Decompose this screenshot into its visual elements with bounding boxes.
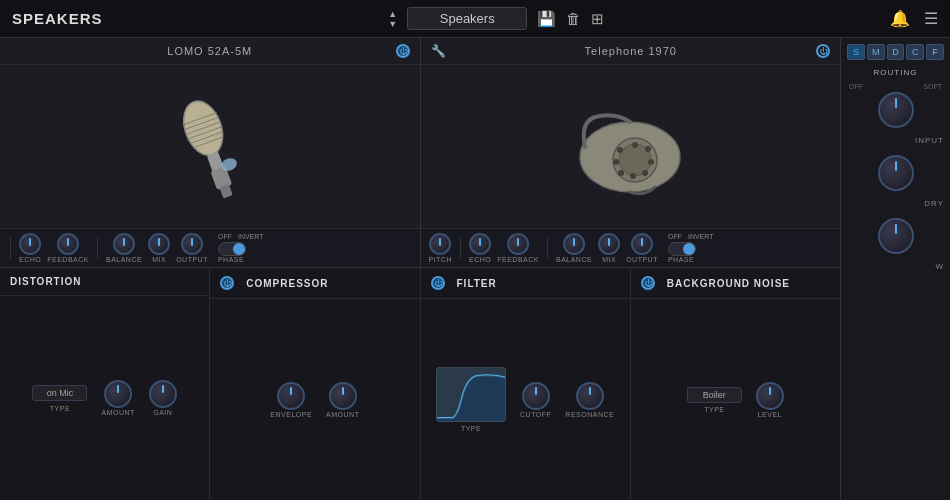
sidebar-tab-d[interactable]: D: [887, 44, 905, 60]
routing-soft-label: SOFT: [923, 83, 942, 90]
svg-point-20: [613, 159, 619, 165]
bell-icon[interactable]: 🔔: [890, 9, 910, 28]
background-noise-panel: ⏻ BACKGROUND NOISE Boiler TYPE LEVEL: [631, 268, 840, 500]
telephone-phase-label: PHASE: [668, 256, 694, 263]
distortion-gain-label: GAIN: [153, 409, 172, 416]
background-noise-level-knob[interactable]: [756, 382, 784, 410]
svg-point-15: [645, 146, 651, 152]
lomo-echo-knob[interactable]: [19, 233, 41, 255]
lomo-feedback-knob[interactable]: [57, 233, 79, 255]
sidebar-dry-knob[interactable]: [878, 155, 914, 191]
lomo-phase-toggle[interactable]: [218, 242, 246, 256]
telephone-mix-knob[interactable]: [598, 233, 620, 255]
header-center: ▲▼ Speakers 💾 🗑 ⊞: [123, 7, 870, 30]
sidebar-dry-label: DRY: [847, 199, 944, 208]
telephone-divider-2: [547, 237, 548, 259]
telephone-phase-toggle-knob: [683, 243, 695, 255]
telephone-phase-toggle[interactable]: [668, 242, 696, 256]
lomo-phase-row: OFF INVERT: [218, 233, 264, 240]
svg-point-17: [642, 170, 648, 176]
lomo-phase-label: PHASE: [218, 256, 244, 263]
compressor-amount-group: AMOUNT: [326, 382, 359, 418]
save-button[interactable]: 💾: [537, 10, 556, 28]
distortion-amount-knob[interactable]: [104, 380, 132, 408]
compressor-envelope-knob[interactable]: [277, 382, 305, 410]
distortion-gain-knob[interactable]: [149, 380, 177, 408]
lomo-image-area: [0, 65, 420, 228]
telephone-feedback-knob[interactable]: [507, 233, 529, 255]
filter-type-visual: [436, 367, 506, 422]
filter-cutoff-knob[interactable]: [522, 382, 550, 410]
delete-button[interactable]: 🗑: [566, 10, 581, 27]
svg-point-19: [618, 170, 624, 176]
background-noise-level-label: LEVEL: [758, 411, 782, 418]
telephone-panel-header: 🔧 Telephone 1970 ⏻: [421, 38, 841, 65]
lomo-invert-label: INVERT: [238, 233, 264, 240]
menu-icon[interactable]: ☰: [924, 9, 938, 28]
header: SPEAKERS ▲▼ Speakers 💾 🗑 ⊞ 🔔 ☰: [0, 0, 950, 38]
background-noise-type-label: TYPE: [704, 406, 724, 413]
distortion-type-label: TYPE: [50, 405, 70, 412]
sidebar-tab-c[interactable]: C: [906, 44, 924, 60]
sidebar-routing-knob[interactable]: [878, 92, 914, 128]
telephone-echo-knob[interactable]: [469, 233, 491, 255]
distortion-body: on Mic TYPE AMOUNT GAIN: [0, 296, 209, 500]
distortion-amount-group: AMOUNT: [101, 380, 134, 416]
telephone-power-button[interactable]: ⏻: [816, 44, 830, 58]
svg-point-0: [176, 95, 229, 160]
telephone-phase-row: OFF INVERT: [668, 233, 714, 240]
sidebar-wet-knob[interactable]: [878, 218, 914, 254]
lomo-divider-2: [97, 237, 98, 259]
lomo-microphone-image: [141, 68, 279, 224]
app-title: SPEAKERS: [12, 10, 103, 27]
filter-type-label: TYPE: [461, 425, 481, 432]
telephone-image: [565, 92, 695, 202]
grid-button[interactable]: ⊞: [591, 10, 604, 28]
compressor-enable-button[interactable]: ⏻: [220, 276, 234, 290]
telephone-output-label: OUTPUT: [626, 256, 658, 263]
filter-resonance-knob[interactable]: [576, 382, 604, 410]
filter-body: TYPE CUTOFF RESONANCE: [421, 299, 630, 500]
lomo-balance-label: BALANCE: [106, 256, 142, 263]
distortion-panel: DISTORTION on Mic TYPE AMOUNT GAIN: [0, 268, 210, 500]
filter-enable-button[interactable]: ⏻: [431, 276, 445, 290]
sidebar-input-row: [847, 92, 944, 128]
distortion-type-selector[interactable]: on Mic: [32, 385, 87, 401]
compressor-amount-label: AMOUNT: [326, 411, 359, 418]
background-noise-body: Boiler TYPE LEVEL: [631, 299, 840, 500]
telephone-output-knob[interactable]: [631, 233, 653, 255]
lomo-feedback-label: FEEDBACK: [47, 256, 89, 263]
lomo-mix-knob[interactable]: [148, 233, 170, 255]
telephone-pitch-knob[interactable]: [429, 233, 451, 255]
background-noise-enable-button[interactable]: ⏻: [641, 276, 655, 290]
lomo-output-knob[interactable]: [181, 233, 203, 255]
sidebar-tab-s[interactable]: S: [847, 44, 865, 60]
routing-off-label: OFF: [849, 83, 863, 90]
lomo-balance-knob[interactable]: [113, 233, 135, 255]
background-noise-type-selector[interactable]: Boiler: [687, 387, 742, 403]
lomo-mix-knob-group: MIX: [148, 233, 170, 263]
telephone-balance-knob[interactable]: [563, 233, 585, 255]
preset-arrows[interactable]: ▲▼: [388, 9, 397, 29]
lomo-mix-label: MIX: [152, 256, 166, 263]
sidebar-input-label: INPUT: [847, 136, 944, 145]
panels-area: LOMO 52A-5M ⏻: [0, 38, 840, 500]
lomo-power-button[interactable]: ⏻: [396, 44, 410, 58]
top-panels: LOMO 52A-5M ⏻: [0, 38, 840, 268]
svg-point-14: [632, 142, 638, 148]
telephone-balance-label: BALANCE: [556, 256, 592, 263]
background-noise-title: BACKGROUND NOISE: [667, 278, 790, 289]
telephone-feedback-label: FEEDBACK: [497, 256, 539, 263]
sidebar-tab-f[interactable]: F: [926, 44, 944, 60]
sidebar-tab-m[interactable]: M: [867, 44, 885, 60]
sidebar-wet-row: [847, 218, 944, 254]
background-noise-level-group: LEVEL: [756, 382, 784, 418]
telephone-output-knob-group: OUTPUT: [626, 233, 658, 263]
filter-cutoff-group: CUTOFF: [520, 382, 551, 418]
compressor-amount-knob[interactable]: [329, 382, 357, 410]
lomo-panel-title: LOMO 52A-5M: [24, 45, 396, 57]
wrench-icon[interactable]: 🔧: [431, 44, 446, 58]
effects-row: DISTORTION on Mic TYPE AMOUNT GAIN: [0, 268, 840, 500]
background-noise-header: ⏻ BACKGROUND NOISE: [631, 268, 840, 299]
svg-point-21: [617, 147, 623, 153]
